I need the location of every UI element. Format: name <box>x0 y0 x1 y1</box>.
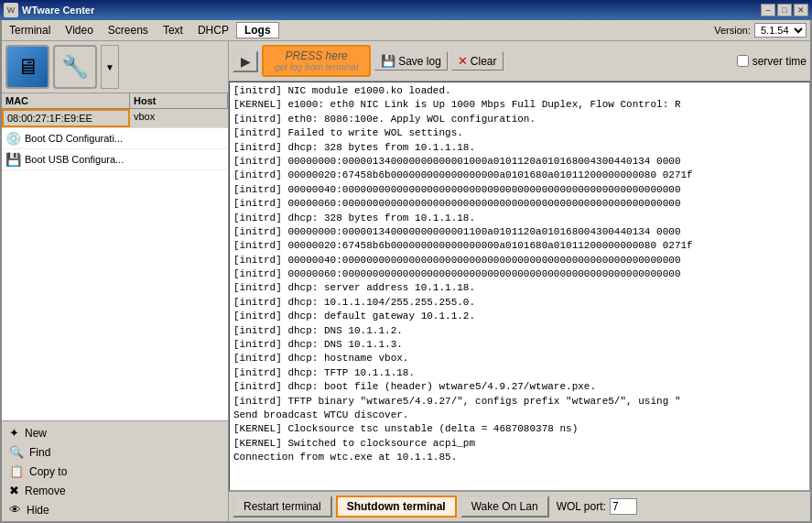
menu-terminal[interactable]: Terminal <box>2 22 58 38</box>
hide-icon: 👁 <box>9 503 21 517</box>
action-find-label: Find <box>29 446 50 459</box>
col-header-host: Host <box>130 93 228 108</box>
server-time-checkbox[interactable] <box>737 55 749 67</box>
sidebar-actions: ✦ New 🔍 Find 📋 Copy to ✖ Remove 👁 H <box>2 420 228 521</box>
menu-text[interactable]: Text <box>156 22 190 38</box>
action-copy-to[interactable]: 📋 Copy to <box>2 462 228 481</box>
new-icon: ✦ <box>9 426 19 440</box>
save-log-button[interactable]: 💾 Save log <box>374 51 448 71</box>
wake-on-lan-button[interactable]: Wake On Lan <box>460 496 549 518</box>
menu-bar: Terminal Video Screens Text DHCP Logs Ve… <box>2 20 810 41</box>
log-area[interactable]: [initrd] NIC module e1000.ko loaded. [KE… <box>229 82 810 491</box>
device-list-header: MAC Host <box>2 93 228 109</box>
action-hide-label: Hide <box>27 504 49 517</box>
content-area: 🖥 🔧 ▼ MAC Host 08:00:27:1F:E9:EE vbox 💿 … <box>2 41 810 521</box>
play-button[interactable]: ▶ <box>233 50 258 72</box>
main-window: Terminal Video Screens Text DHCP Logs Ve… <box>0 20 812 523</box>
wol-port-input[interactable] <box>610 498 637 515</box>
action-remove-label: Remove <box>25 485 66 497</box>
action-new-label: New <box>25 427 47 440</box>
version-area: Version: 5.1.54 <box>714 22 810 38</box>
close-button[interactable]: ✕ <box>794 4 808 16</box>
col-header-mac: MAC <box>2 93 130 108</box>
tree-item-bootcd[interactable]: 💿 Boot CD Configurati... <box>2 128 228 149</box>
shutdown-terminal-button[interactable]: Shutdown terminal <box>336 496 457 518</box>
maximize-button[interactable]: □ <box>777 4 792 16</box>
device-mac: 08:00:27:1F:E9:EE <box>2 109 130 127</box>
window-title: WTware Center <box>22 5 761 16</box>
tree-label-bootcd: Boot CD Configurati... <box>25 133 123 144</box>
cd-icon: 💿 <box>5 131 21 146</box>
version-select[interactable]: 5.1.54 <box>754 23 807 38</box>
device-host: vbox <box>130 109 228 127</box>
press-here-button[interactable]: PRESS here get log from terminal <box>262 45 371 77</box>
action-copy-label: Copy to <box>29 465 67 478</box>
title-bar: W WTware Center – □ ✕ <box>0 0 812 20</box>
menu-screens[interactable]: Screens <box>101 22 156 38</box>
bottom-bar: Restart terminal Shutdown terminal Wake … <box>229 491 810 521</box>
server-time-area: server time <box>737 55 807 68</box>
clear-label: Clear <box>471 55 497 68</box>
tree-item-bootusb[interactable]: 💾 Boot USB Configura... <box>2 149 228 170</box>
get-log-label: get log from terminal <box>275 62 358 72</box>
press-here-label: PRESS here <box>275 49 358 62</box>
app-icon: W <box>4 3 18 17</box>
settings-icon: 🔧 <box>53 45 97 89</box>
find-icon: 🔍 <box>9 445 24 459</box>
usb-icon: 💾 <box>5 152 21 167</box>
menu-logs[interactable]: Logs <box>236 22 279 38</box>
menu-dhcp[interactable]: DHCP <box>190 22 236 38</box>
copy-icon: 📋 <box>9 464 24 478</box>
device-row[interactable]: 08:00:27:1F:E9:EE vbox <box>2 109 228 128</box>
clear-x-icon: ✕ <box>458 54 468 68</box>
wol-port-label: WOL port: <box>557 500 606 513</box>
device-list: 08:00:27:1F:E9:EE vbox 💿 Boot CD Configu… <box>2 109 228 420</box>
menu-video[interactable]: Video <box>58 22 100 38</box>
computer-icon: 🖥 <box>5 45 49 89</box>
window-controls: – □ ✕ <box>761 4 808 16</box>
action-hide[interactable]: 👁 Hide <box>2 500 228 519</box>
right-panel: ▶ PRESS here get log from terminal 💾 Sav… <box>229 41 810 521</box>
log-toolbar: ▶ PRESS here get log from terminal 💾 Sav… <box>229 41 810 82</box>
icon-area: 🖥 🔧 ▼ <box>2 41 228 93</box>
action-find[interactable]: 🔍 Find <box>2 442 228 462</box>
clear-button[interactable]: ✕ Clear <box>451 51 503 71</box>
version-label: Version: <box>714 25 751 36</box>
action-remove[interactable]: ✖ Remove <box>2 481 228 500</box>
minimize-button[interactable]: – <box>761 4 775 16</box>
save-log-label: Save log <box>398 55 441 68</box>
floppy-icon: 💾 <box>381 54 395 68</box>
remove-icon: ✖ <box>9 484 19 497</box>
action-new[interactable]: ✦ New <box>2 423 228 442</box>
tree-label-bootusb: Boot USB Configura... <box>25 154 124 165</box>
restart-terminal-button[interactable]: Restart terminal <box>233 496 332 518</box>
server-time-label: server time <box>752 55 807 68</box>
sidebar: 🖥 🔧 ▼ MAC Host 08:00:27:1F:E9:EE vbox 💿 … <box>2 41 229 521</box>
sidebar-arrow[interactable]: ▼ <box>101 45 119 89</box>
